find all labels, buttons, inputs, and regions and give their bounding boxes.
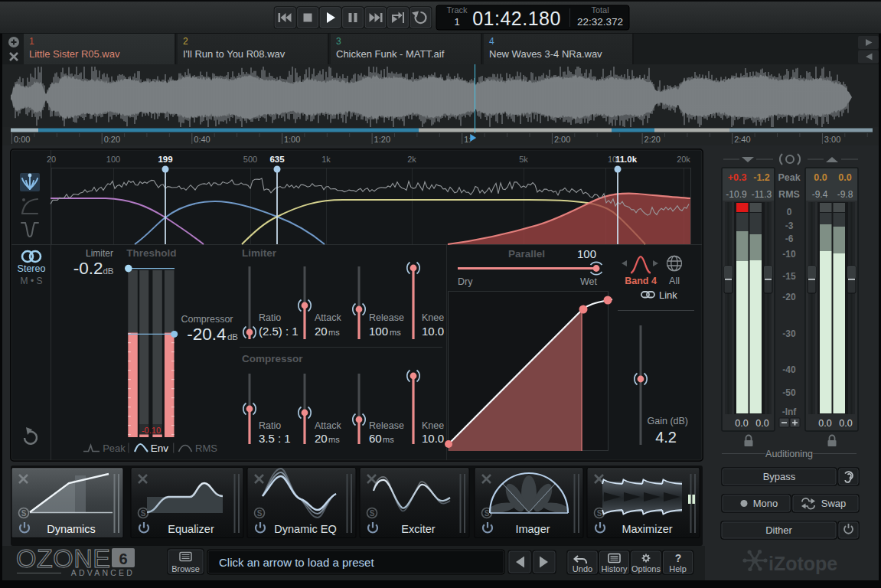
svg-text:Browse: Browse bbox=[171, 564, 200, 573]
svg-text:Options: Options bbox=[631, 564, 661, 573]
svg-text:ADVANCED: ADVANCED bbox=[71, 568, 135, 577]
svg-text:History: History bbox=[601, 564, 628, 573]
svg-text:6: 6 bbox=[119, 550, 127, 567]
svg-text:Undo: Undo bbox=[573, 564, 592, 573]
svg-text:Help: Help bbox=[669, 564, 687, 573]
svg-text:Click an arrow to load a prese: Click an arrow to load a preset bbox=[219, 556, 374, 569]
svg-text:iZotope: iZotope bbox=[768, 553, 837, 574]
svg-text:?: ? bbox=[675, 552, 682, 564]
